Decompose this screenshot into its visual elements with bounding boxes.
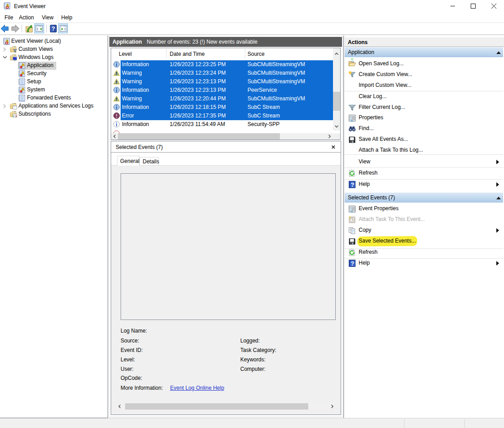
svg-text:?: ? xyxy=(52,25,55,32)
svg-text:?: ? xyxy=(351,260,354,267)
svg-text:?: ? xyxy=(351,181,354,188)
